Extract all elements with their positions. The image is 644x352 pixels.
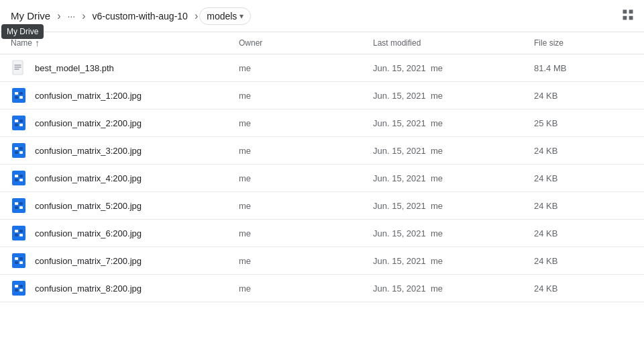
file-name: confusion_matrix_1:200.jpg <box>35 91 239 101</box>
file-size: 24 KB <box>534 173 633 183</box>
file-owner: me <box>239 118 373 128</box>
file-name: confusion_matrix_3:200.jpg <box>35 146 239 156</box>
file-modified: Jun. 15, 2021 me <box>373 118 534 128</box>
file-size: 24 KB <box>534 228 633 238</box>
column-name[interactable]: Name ↑ <box>11 38 239 48</box>
table-header: Name ↑ Owner Last modified File size <box>0 32 644 54</box>
current-folder-label: models <box>207 11 237 21</box>
breadcrumb-folder[interactable]: v6-custom-with-aug-10 <box>87 8 193 24</box>
file-size: 24 KB <box>534 201 633 211</box>
breadcrumb-dots[interactable]: ··· <box>62 8 81 24</box>
file-name: confusion_matrix_5:200.jpg <box>35 201 239 211</box>
file-icon-image <box>11 87 27 103</box>
file-owner: me <box>239 173 373 183</box>
column-size[interactable]: File size <box>534 38 633 48</box>
file-size: 24 KB <box>534 283 633 294</box>
table-row[interactable]: best_model_138.pth me Jun. 15, 2021 me 8… <box>0 54 644 82</box>
column-modified[interactable]: Last modified <box>373 38 534 48</box>
file-owner: me <box>239 256 373 266</box>
file-modified: Jun. 15, 2021 me <box>373 63 534 73</box>
file-owner: me <box>239 63 373 73</box>
file-icon-image <box>11 115 27 131</box>
breadcrumb-chevron-3: › <box>193 10 199 22</box>
file-size: 81.4 MB <box>534 63 633 73</box>
file-list: best_model_138.pth me Jun. 15, 2021 me 8… <box>0 54 644 302</box>
breadcrumb-chevron-1: › <box>56 10 62 22</box>
file-modified: Jun. 15, 2021 me <box>373 201 534 211</box>
file-modified: Jun. 15, 2021 me <box>373 146 534 156</box>
file-icon-image <box>11 170 27 186</box>
file-owner: me <box>239 91 373 101</box>
table-row[interactable]: confusion_matrix_1:200.jpg me Jun. 15, 2… <box>0 82 644 109</box>
file-owner: me <box>239 201 373 211</box>
table-row[interactable]: confusion_matrix_5:200.jpg me Jun. 15, 2… <box>0 192 644 220</box>
file-owner: me <box>239 146 373 156</box>
table-row[interactable]: confusion_matrix_6:200.jpg me Jun. 15, 2… <box>0 220 644 247</box>
file-name: best_model_138.pth <box>35 63 239 73</box>
file-icon-image <box>11 280 27 296</box>
sort-arrow-icon: ↑ <box>35 38 40 48</box>
breadcrumb-chevron-2: › <box>80 10 87 22</box>
folder-label: v6-custom-with-aug-10 <box>93 11 188 21</box>
table-row[interactable]: confusion_matrix_3:200.jpg me Jun. 15, 2… <box>0 137 644 165</box>
my-drive-label: My Drive <box>11 10 50 21</box>
owner-column-label: Owner <box>239 38 262 48</box>
file-icon-image <box>11 142 27 159</box>
breadcrumb-root[interactable]: My Drive <box>5 7 56 24</box>
dropdown-arrow-icon: ▾ <box>239 11 244 21</box>
file-name: confusion_matrix_7:200.jpg <box>35 256 239 266</box>
name-column-label: Name <box>11 38 32 48</box>
file-modified: Jun. 15, 2021 me <box>373 228 534 238</box>
breadcrumb-bar: My Drive My Drive › ··· › v6-custom-with… <box>0 0 644 32</box>
my-drive-tooltip: My Drive <box>1 24 44 39</box>
file-icon-image <box>11 225 27 241</box>
file-size: 24 KB <box>534 91 633 101</box>
breadcrumb-current[interactable]: models ▾ <box>199 7 251 25</box>
file-size: 24 KB <box>534 146 633 156</box>
file-modified: Jun. 15, 2021 me <box>373 173 534 183</box>
grid-view-button[interactable] <box>617 4 639 28</box>
file-name: confusion_matrix_4:200.jpg <box>35 173 239 183</box>
file-owner: me <box>239 228 373 238</box>
file-icon-image <box>11 197 27 214</box>
size-column-label: File size <box>534 38 564 48</box>
modified-column-label: Last modified <box>373 38 421 48</box>
table-row[interactable]: confusion_matrix_8:200.jpg me Jun. 15, 2… <box>0 275 644 302</box>
file-icon-image <box>11 253 27 269</box>
file-size: 24 KB <box>534 256 633 266</box>
table-row[interactable]: confusion_matrix_7:200.jpg me Jun. 15, 2… <box>0 247 644 275</box>
file-modified: Jun. 15, 2021 me <box>373 91 534 101</box>
file-size: 25 KB <box>534 118 633 128</box>
grid-icon <box>621 8 635 21</box>
file-modified: Jun. 15, 2021 me <box>373 256 534 266</box>
file-name: confusion_matrix_2:200.jpg <box>35 118 239 128</box>
table-row[interactable]: confusion_matrix_4:200.jpg me Jun. 15, 2… <box>0 165 644 192</box>
table-row[interactable]: confusion_matrix_2:200.jpg me Jun. 15, 2… <box>0 109 644 137</box>
file-owner: me <box>239 283 373 294</box>
file-name: confusion_matrix_6:200.jpg <box>35 228 239 238</box>
file-modified: Jun. 15, 2021 me <box>373 283 534 294</box>
column-owner[interactable]: Owner <box>239 38 373 48</box>
file-icon-generic <box>11 60 27 76</box>
file-name: confusion_matrix_8:200.jpg <box>35 283 239 294</box>
